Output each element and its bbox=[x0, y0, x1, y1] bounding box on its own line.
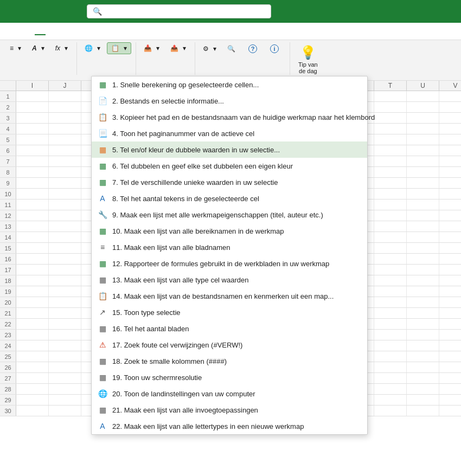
grid-cell[interactable] bbox=[407, 254, 439, 264]
grid-cell[interactable] bbox=[407, 286, 439, 297]
grid-cell[interactable] bbox=[439, 210, 461, 221]
grid-cell[interactable] bbox=[374, 178, 407, 188]
dropdown-item-9[interactable]: 🔧9. Maak een lijst met alle werkmapeigen… bbox=[92, 207, 367, 223]
grid-cell[interactable] bbox=[374, 351, 407, 362]
ribbon-btn-tekst[interactable]: A ▾ bbox=[28, 42, 49, 54]
grid-cell[interactable] bbox=[407, 156, 439, 166]
grid-cell[interactable] bbox=[407, 406, 439, 416]
grid-cell[interactable] bbox=[16, 156, 49, 166]
grid-cell[interactable] bbox=[439, 167, 461, 177]
grid-cell[interactable] bbox=[49, 167, 81, 177]
dropdown-item-1[interactable]: ▦1. Snelle berekening op geselecteerde c… bbox=[92, 76, 367, 93]
grid-cell[interactable] bbox=[374, 156, 407, 166]
grid-cell[interactable] bbox=[407, 189, 439, 199]
grid-cell[interactable] bbox=[374, 232, 407, 242]
grid-cell[interactable] bbox=[16, 124, 49, 134]
grid-cell[interactable] bbox=[49, 254, 81, 264]
grid-cell[interactable] bbox=[49, 395, 81, 405]
grid-cell[interactable] bbox=[374, 210, 407, 221]
dropdown-item-7[interactable]: ▦7. Tel de verschillende unieke waarden … bbox=[92, 174, 367, 190]
grid-cell[interactable] bbox=[49, 156, 81, 166]
dropdown-item-19[interactable]: ▦19. Toon uw schermresolutie bbox=[92, 369, 367, 385]
grid-cell[interactable] bbox=[439, 275, 461, 286]
grid-cell[interactable] bbox=[439, 319, 461, 329]
grid-cell[interactable] bbox=[16, 297, 49, 307]
grid-cell[interactable] bbox=[439, 406, 461, 416]
grid-cell[interactable] bbox=[407, 243, 439, 253]
grid-cell[interactable] bbox=[407, 102, 439, 112]
dropdown-item-15[interactable]: ↗15. Toon type selectie bbox=[92, 304, 367, 320]
grid-cell[interactable] bbox=[439, 351, 461, 362]
ribbon-btn-formules[interactable]: fx ▾ bbox=[51, 42, 72, 54]
grid-cell[interactable] bbox=[49, 102, 81, 112]
grid-cell[interactable] bbox=[439, 113, 461, 123]
grid-cell[interactable] bbox=[16, 232, 49, 242]
grid-cell[interactable] bbox=[407, 113, 439, 123]
grid-cell[interactable] bbox=[49, 330, 81, 340]
grid-cell[interactable] bbox=[439, 265, 461, 275]
grid-cell[interactable] bbox=[16, 221, 49, 231]
grid-cell[interactable] bbox=[49, 362, 81, 372]
grid-cell[interactable] bbox=[16, 178, 49, 188]
grid-cell[interactable] bbox=[374, 406, 407, 416]
grid-cell[interactable] bbox=[407, 178, 439, 188]
grid-cell[interactable] bbox=[49, 243, 81, 253]
grid-cell[interactable] bbox=[439, 156, 461, 166]
grid-cell[interactable] bbox=[16, 265, 49, 275]
ribbon-btn-asap-opties[interactable]: ⚙ ▾ bbox=[199, 43, 221, 55]
dropdown-item-2[interactable]: 📄2. Bestands en selectie informatie... bbox=[92, 93, 367, 109]
grid-cell[interactable] bbox=[407, 319, 439, 329]
grid-cell[interactable] bbox=[49, 265, 81, 275]
grid-cell[interactable] bbox=[49, 210, 81, 221]
grid-cell[interactable] bbox=[439, 254, 461, 264]
ribbon-btn-importeren[interactable]: 📥 ▾ bbox=[139, 42, 164, 54]
grid-cell[interactable] bbox=[49, 384, 81, 394]
grid-cell[interactable] bbox=[374, 91, 407, 101]
grid-cell[interactable] bbox=[374, 265, 407, 275]
dropdown-item-4[interactable]: 📃4. Toon het paginanummer van de actieve… bbox=[92, 125, 367, 141]
menu-item-help[interactable] bbox=[24, 28, 35, 35]
grid-cell[interactable] bbox=[407, 373, 439, 383]
grid-cell[interactable] bbox=[407, 91, 439, 101]
grid-cell[interactable] bbox=[16, 340, 49, 351]
grid-cell[interactable] bbox=[16, 308, 49, 318]
dropdown-item-16[interactable]: ▦16. Tel het aantal bladen bbox=[92, 320, 367, 337]
grid-cell[interactable] bbox=[49, 200, 81, 210]
menu-item-beeld[interactable] bbox=[13, 28, 24, 35]
grid-cell[interactable] bbox=[49, 221, 81, 231]
dropdown-item-3[interactable]: 📋3. Kopieer het pad en de bestandsnaam v… bbox=[92, 109, 367, 125]
grid-cell[interactable] bbox=[16, 395, 49, 405]
grid-cell[interactable] bbox=[374, 384, 407, 394]
grid-cell[interactable] bbox=[439, 308, 461, 318]
grid-cell[interactable] bbox=[439, 102, 461, 112]
grid-cell[interactable] bbox=[374, 330, 407, 340]
grid-cell[interactable] bbox=[16, 373, 49, 383]
grid-cell[interactable] bbox=[49, 178, 81, 188]
dropdown-item-14[interactable]: 📋14. Maak een lijst van de bestandsnamen… bbox=[92, 288, 367, 304]
grid-cell[interactable] bbox=[16, 351, 49, 362]
grid-cell[interactable] bbox=[49, 351, 81, 362]
grid-cell[interactable] bbox=[16, 384, 49, 394]
grid-cell[interactable] bbox=[439, 232, 461, 242]
grid-cell[interactable] bbox=[439, 297, 461, 307]
grid-cell[interactable] bbox=[49, 232, 81, 242]
grid-cell[interactable] bbox=[407, 200, 439, 210]
grid-cell[interactable] bbox=[16, 319, 49, 329]
grid-cell[interactable] bbox=[374, 221, 407, 231]
grid-cell[interactable] bbox=[16, 275, 49, 286]
grid-cell[interactable] bbox=[439, 373, 461, 383]
grid-cell[interactable] bbox=[407, 124, 439, 134]
grid-cell[interactable] bbox=[16, 102, 49, 112]
dropdown-item-21[interactable]: ▦21. Maak een lijst van alle invoegtoepa… bbox=[92, 402, 367, 418]
grid-cell[interactable] bbox=[374, 102, 407, 112]
grid-cell[interactable] bbox=[374, 308, 407, 318]
grid-cell[interactable] bbox=[49, 91, 81, 101]
grid-cell[interactable] bbox=[374, 200, 407, 210]
grid-cell[interactable] bbox=[374, 167, 407, 177]
grid-cell[interactable] bbox=[374, 124, 407, 134]
grid-cell[interactable] bbox=[16, 113, 49, 123]
grid-cell[interactable] bbox=[374, 297, 407, 307]
ribbon-btn-tip-dag[interactable]: 💡 Tip vande dag bbox=[293, 42, 323, 77]
menu-item-asap[interactable] bbox=[35, 28, 46, 35]
grid-cell[interactable] bbox=[374, 134, 407, 145]
